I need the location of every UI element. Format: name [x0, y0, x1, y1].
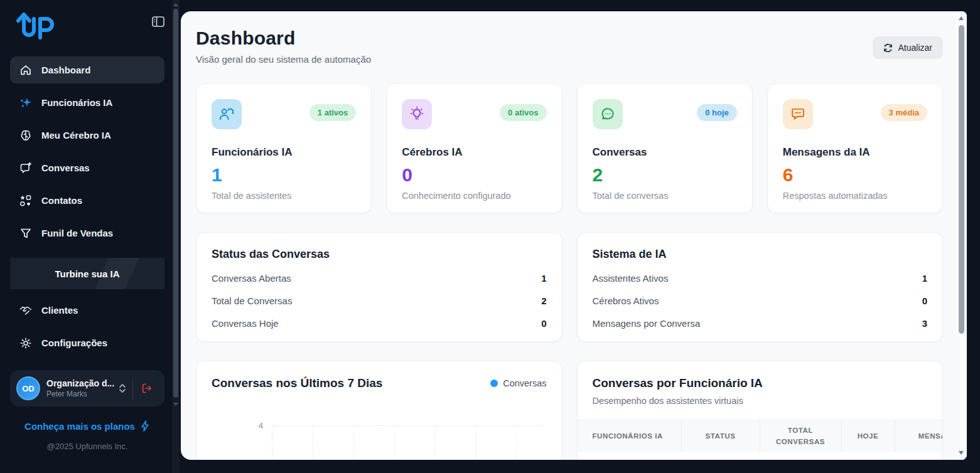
- info-row: Conversas Hoje 0: [212, 318, 547, 329]
- legend-label: Conversas: [503, 378, 546, 388]
- page-subtitle: Visão geral do seu sistema de automação: [196, 54, 371, 65]
- stat-title: Cérebros IA: [402, 146, 546, 159]
- main-scrollbar-thumb[interactable]: [959, 25, 964, 334]
- gridline: [476, 425, 477, 460]
- refresh-icon: [883, 43, 893, 53]
- stat-value: 0: [402, 164, 546, 186]
- conversas-chart-card: Conversas nos Últimos 7 Dias Conversas 4…: [196, 361, 563, 460]
- gridline: [353, 425, 354, 460]
- info-label: Total de Conversas: [212, 295, 292, 306]
- conversas-por-funcionario-card: Conversas por Funcionário IA Desempenho …: [577, 361, 944, 460]
- card-title: Sistema de IA: [593, 248, 928, 261]
- stat-caption: Respostas automatizadas: [783, 191, 927, 201]
- main-panel: Dashboard Visão geral do seu sistema de …: [181, 11, 967, 460]
- sistema-ia-card: Sistema de IA Assistentes Ativos 1 Céreb…: [577, 232, 944, 342]
- gridline: [394, 425, 395, 460]
- chart-legend: Conversas: [490, 378, 546, 388]
- sidebar-item-label: Dashboard: [41, 65, 90, 75]
- stat-cards: 1 ativos Funcionários IA 1 Total de assi…: [196, 83, 943, 213]
- divider: [132, 378, 133, 399]
- sidebar-item-label: Contatos: [41, 195, 82, 206]
- chat-plus-icon: [19, 162, 33, 174]
- page-title: Dashboard: [196, 28, 371, 49]
- sidebar: Dashboard Funcionários IA Meu Cérebro: [0, 0, 181, 473]
- sidebar-scrollbar[interactable]: [172, 0, 180, 473]
- stat-value: 2: [593, 164, 737, 186]
- chart-title: Conversas nos Últimos 7 Dias: [212, 376, 382, 390]
- chevron-up-down-icon[interactable]: [119, 383, 126, 393]
- info-label: Cérebros Ativos: [593, 295, 659, 306]
- sidebar-item-dashboard[interactable]: Dashboard: [10, 56, 164, 83]
- info-value: 1: [541, 273, 546, 284]
- page-header: Dashboard Visão geral do seu sistema de …: [196, 28, 943, 65]
- turbine-banner[interactable]: Turbine sua IA: [10, 258, 164, 289]
- sidebar-collapse-icon[interactable]: [152, 16, 164, 27]
- sparkles-icon: [19, 97, 33, 109]
- organization-card[interactable]: OD Organização d... Peter Marks: [10, 370, 164, 407]
- sidebar-item-label: Funcionários IA: [41, 97, 112, 108]
- stat-title: Mensagens da IA: [783, 146, 927, 159]
- support-agent-icon: [212, 99, 242, 129]
- scroll-down-arrow-icon[interactable]: [173, 403, 178, 406]
- banner-label: Turbine sua IA: [55, 268, 119, 279]
- copyright-text: @2025 Upfunnels Inc.: [10, 442, 164, 451]
- main-scrollbar[interactable]: [956, 11, 967, 460]
- upfunnels-logo: [16, 11, 63, 40]
- sidebar-item-funcionarios-ia[interactable]: Funcionários IA: [10, 89, 164, 116]
- sidebar-item-meu-cerebro-ia[interactable]: Meu Cérebro IA: [10, 122, 164, 149]
- bottom-cards: Conversas nos Últimos 7 Dias Conversas 4…: [196, 361, 943, 460]
- brain-icon: [19, 129, 33, 142]
- sidebar-item-configuracoes[interactable]: Configurações: [10, 329, 164, 356]
- sidebar-item-conversas[interactable]: Conversas: [10, 154, 164, 181]
- stat-card-cerebros-ia: 0 ativos Cérebros IA 0 Conhecimento conf…: [386, 83, 562, 213]
- stat-caption: Conhecimento configurado: [402, 191, 546, 201]
- scroll-down-arrow-icon[interactable]: [959, 451, 964, 455]
- sidebar-item-label: Clientes: [41, 305, 78, 316]
- gridline: [517, 425, 517, 460]
- stat-value: 6: [783, 164, 927, 186]
- sidebar-item-label: Configurações: [41, 337, 107, 348]
- info-value: 1: [922, 273, 927, 284]
- column-header: Funcionários IA: [578, 420, 681, 452]
- stat-caption: Total de conversas: [593, 191, 737, 201]
- status-badge: 0 ativos: [500, 104, 546, 121]
- column-header: Mensagens: [895, 420, 944, 452]
- y-axis-tick: 4: [248, 421, 263, 430]
- info-row: Conversas Abertas 1: [212, 273, 547, 284]
- info-label: Assistentes Ativos: [593, 273, 669, 284]
- sidebar-scrollbar-thumb[interactable]: [173, 9, 178, 398]
- scroll-up-arrow-icon[interactable]: [959, 16, 964, 20]
- status-badge: 0 hoje: [697, 104, 737, 121]
- info-value: 3: [922, 318, 927, 329]
- table-header-row: Funcionários IA Status Total Conversas H…: [578, 420, 944, 452]
- sidebar-item-clientes[interactable]: Clientes: [10, 297, 164, 324]
- logout-icon[interactable]: [136, 378, 158, 398]
- scroll-up-arrow-icon[interactable]: [173, 3, 178, 6]
- refresh-button[interactable]: Atualizar: [873, 36, 943, 59]
- plans-link[interactable]: Conheça mais os planos: [10, 420, 164, 432]
- info-value: 0: [922, 295, 927, 306]
- sidebar-item-contatos[interactable]: Contatos: [10, 187, 164, 214]
- info-label: Conversas Abertas: [212, 273, 291, 284]
- info-value: 0: [541, 318, 546, 329]
- sidebar-item-label: Meu Cérebro IA: [41, 130, 111, 141]
- sidebar-item-label: Conversas: [41, 162, 90, 173]
- status-conversas-card: Status das Conversas Conversas Abertas 1…: [196, 232, 563, 342]
- sidebar-item-label: Funil de Vendas: [41, 228, 113, 238]
- lightbulb-icon: [402, 99, 432, 129]
- legend-dot-icon: [490, 380, 498, 387]
- stat-title: Funcionários IA: [212, 146, 356, 159]
- chart-plot-area: 4 3: [212, 405, 547, 460]
- gear-icon: [19, 337, 33, 349]
- card-title: Status das Conversas: [212, 248, 547, 261]
- funnel-icon: [19, 227, 33, 240]
- refresh-button-label: Atualizar: [898, 43, 932, 53]
- table-subtitle: Desempenho dos assistentes virtuais: [593, 396, 928, 406]
- column-header: Status: [681, 420, 760, 452]
- column-header: Hoje: [841, 420, 895, 452]
- column-header: Total Conversas: [760, 420, 841, 452]
- stat-title: Conversas: [593, 146, 737, 159]
- gridline: [313, 425, 313, 460]
- sidebar-item-funil-de-vendas[interactable]: Funil de Vendas: [10, 220, 164, 247]
- status-badge: 1 ativos: [310, 104, 356, 121]
